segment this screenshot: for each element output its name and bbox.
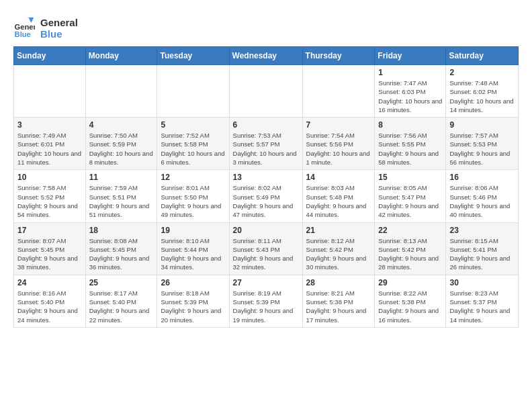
day-info: Sunrise: 8:21 AM Sunset: 5:38 PM Dayligh… — [306, 289, 371, 324]
calendar-week-row: 3Sunrise: 7:49 AM Sunset: 6:01 PM Daylig… — [14, 118, 519, 170]
day-info: Sunrise: 7:53 AM Sunset: 5:57 PM Dayligh… — [233, 131, 299, 167]
calendar-cell: 2Sunrise: 7:48 AM Sunset: 6:02 PM Daylig… — [446, 65, 519, 118]
calendar-cell: 26Sunrise: 8:18 AM Sunset: 5:39 PM Dayli… — [157, 275, 229, 327]
day-info: Sunrise: 8:16 AM Sunset: 5:40 PM Dayligh… — [17, 289, 82, 324]
calendar-cell: 17Sunrise: 8:07 AM Sunset: 5:45 PM Dayli… — [14, 222, 86, 275]
weekday-header: Tuesday — [157, 47, 229, 65]
day-info: Sunrise: 8:12 AM Sunset: 5:42 PM Dayligh… — [306, 236, 371, 272]
calendar-cell: 5Sunrise: 7:52 AM Sunset: 5:58 PM Daylig… — [157, 118, 229, 170]
svg-text:General: General — [15, 23, 35, 31]
day-number: 13 — [233, 173, 299, 182]
day-number: 20 — [233, 226, 299, 235]
calendar-week-row: 24Sunrise: 8:16 AM Sunset: 5:40 PM Dayli… — [14, 275, 519, 327]
svg-text:Blue: Blue — [15, 30, 31, 38]
day-info: Sunrise: 8:05 AM Sunset: 5:47 PM Dayligh… — [378, 183, 442, 219]
calendar-cell: 25Sunrise: 8:17 AM Sunset: 5:40 PM Dayli… — [85, 275, 157, 327]
calendar-cell: 13Sunrise: 8:02 AM Sunset: 5:49 PM Dayli… — [229, 170, 302, 222]
logo-blue: Blue — [40, 28, 78, 40]
calendar-cell — [85, 65, 157, 118]
day-number: 14 — [306, 173, 371, 182]
day-number: 23 — [449, 226, 515, 235]
calendar-week-row: 1Sunrise: 7:47 AM Sunset: 6:03 PM Daylig… — [14, 65, 519, 118]
day-info: Sunrise: 8:17 AM Sunset: 5:40 PM Dayligh… — [89, 289, 154, 324]
day-info: Sunrise: 8:10 AM Sunset: 5:44 PM Dayligh… — [161, 236, 225, 272]
day-number: 22 — [378, 226, 442, 235]
day-number: 18 — [89, 226, 154, 235]
day-number: 4 — [89, 120, 154, 130]
day-number: 29 — [378, 278, 442, 287]
calendar-cell: 18Sunrise: 8:08 AM Sunset: 5:45 PM Dayli… — [85, 222, 157, 275]
calendar-cell: 14Sunrise: 8:03 AM Sunset: 5:48 PM Dayli… — [302, 170, 375, 222]
calendar-cell — [157, 65, 229, 118]
day-info: Sunrise: 8:07 AM Sunset: 5:45 PM Dayligh… — [17, 236, 82, 272]
page-header: General Blue General Blue — [13, 13, 519, 40]
weekday-header: Saturday — [446, 47, 519, 65]
weekday-header-row: SundayMondayTuesdayWednesdayThursdayFrid… — [14, 47, 519, 65]
calendar-cell: 28Sunrise: 8:21 AM Sunset: 5:38 PM Dayli… — [302, 275, 375, 327]
logo-general: General — [40, 17, 78, 28]
calendar-cell: 24Sunrise: 8:16 AM Sunset: 5:40 PM Dayli… — [14, 275, 86, 327]
day-info: Sunrise: 7:52 AM Sunset: 5:58 PM Dayligh… — [161, 131, 225, 167]
day-info: Sunrise: 8:15 AM Sunset: 5:41 PM Dayligh… — [449, 236, 515, 272]
day-info: Sunrise: 8:23 AM Sunset: 5:37 PM Dayligh… — [449, 289, 515, 324]
calendar-cell: 8Sunrise: 7:56 AM Sunset: 5:55 PM Daylig… — [375, 118, 446, 170]
day-number: 28 — [306, 278, 371, 287]
day-number: 8 — [378, 120, 442, 130]
calendar-week-row: 17Sunrise: 8:07 AM Sunset: 5:45 PM Dayli… — [14, 222, 519, 275]
day-info: Sunrise: 7:59 AM Sunset: 5:51 PM Dayligh… — [89, 183, 154, 219]
day-number: 19 — [161, 226, 225, 235]
day-info: Sunrise: 7:56 AM Sunset: 5:55 PM Dayligh… — [378, 131, 442, 167]
day-info: Sunrise: 8:13 AM Sunset: 5:42 PM Dayligh… — [378, 236, 442, 272]
day-info: Sunrise: 7:50 AM Sunset: 5:59 PM Dayligh… — [89, 131, 154, 167]
calendar-cell — [14, 65, 86, 118]
day-info: Sunrise: 7:47 AM Sunset: 6:03 PM Dayligh… — [378, 79, 442, 114]
day-info: Sunrise: 8:19 AM Sunset: 5:39 PM Dayligh… — [233, 289, 299, 324]
calendar-cell: 11Sunrise: 7:59 AM Sunset: 5:51 PM Dayli… — [85, 170, 157, 222]
day-number: 9 — [449, 120, 515, 130]
calendar-cell: 9Sunrise: 7:57 AM Sunset: 5:53 PM Daylig… — [446, 118, 519, 170]
day-number: 1 — [378, 68, 442, 77]
day-number: 6 — [233, 120, 299, 130]
day-info: Sunrise: 8:22 AM Sunset: 5:38 PM Dayligh… — [378, 289, 442, 324]
calendar-cell: 16Sunrise: 8:06 AM Sunset: 5:46 PM Dayli… — [446, 170, 519, 222]
day-number: 27 — [233, 278, 299, 287]
calendar-cell: 23Sunrise: 8:15 AM Sunset: 5:41 PM Dayli… — [446, 222, 519, 275]
day-info: Sunrise: 8:11 AM Sunset: 5:43 PM Dayligh… — [233, 236, 299, 272]
day-info: Sunrise: 7:58 AM Sunset: 5:52 PM Dayligh… — [17, 183, 82, 219]
day-info: Sunrise: 7:54 AM Sunset: 5:56 PM Dayligh… — [306, 131, 371, 167]
day-number: 24 — [17, 278, 82, 287]
day-number: 17 — [17, 226, 82, 235]
day-info: Sunrise: 7:57 AM Sunset: 5:53 PM Dayligh… — [449, 131, 515, 167]
day-number: 11 — [89, 173, 154, 182]
day-info: Sunrise: 8:03 AM Sunset: 5:48 PM Dayligh… — [306, 183, 371, 219]
day-info: Sunrise: 8:02 AM Sunset: 5:49 PM Dayligh… — [233, 183, 299, 219]
weekday-header: Monday — [85, 47, 157, 65]
calendar-cell: 20Sunrise: 8:11 AM Sunset: 5:43 PM Dayli… — [229, 222, 302, 275]
calendar-cell: 12Sunrise: 8:01 AM Sunset: 5:50 PM Dayli… — [157, 170, 229, 222]
calendar-week-row: 10Sunrise: 7:58 AM Sunset: 5:52 PM Dayli… — [14, 170, 519, 222]
day-number: 26 — [161, 278, 225, 287]
calendar-cell: 21Sunrise: 8:12 AM Sunset: 5:42 PM Dayli… — [302, 222, 375, 275]
day-number: 12 — [161, 173, 225, 182]
day-number: 15 — [378, 173, 442, 182]
calendar-cell: 6Sunrise: 7:53 AM Sunset: 5:57 PM Daylig… — [229, 118, 302, 170]
day-info: Sunrise: 8:06 AM Sunset: 5:46 PM Dayligh… — [449, 183, 515, 219]
calendar-cell: 15Sunrise: 8:05 AM Sunset: 5:47 PM Dayli… — [375, 170, 446, 222]
day-info: Sunrise: 8:08 AM Sunset: 5:45 PM Dayligh… — [89, 236, 154, 272]
day-number: 5 — [161, 120, 225, 130]
calendar-cell: 10Sunrise: 7:58 AM Sunset: 5:52 PM Dayli… — [14, 170, 86, 222]
day-info: Sunrise: 8:18 AM Sunset: 5:39 PM Dayligh… — [161, 289, 225, 324]
calendar-cell: 4Sunrise: 7:50 AM Sunset: 5:59 PM Daylig… — [85, 118, 157, 170]
day-number: 16 — [449, 173, 515, 182]
day-number: 21 — [306, 226, 371, 235]
calendar-cell: 27Sunrise: 8:19 AM Sunset: 5:39 PM Dayli… — [229, 275, 302, 327]
weekday-header: Friday — [375, 47, 446, 65]
calendar-cell: 19Sunrise: 8:10 AM Sunset: 5:44 PM Dayli… — [157, 222, 229, 275]
weekday-header: Thursday — [302, 47, 375, 65]
calendar-cell: 30Sunrise: 8:23 AM Sunset: 5:37 PM Dayli… — [446, 275, 519, 327]
day-number: 10 — [17, 173, 82, 182]
svg-marker-2 — [28, 17, 34, 23]
calendar-cell — [229, 65, 302, 118]
day-number: 7 — [306, 120, 371, 130]
calendar-cell — [302, 65, 375, 118]
